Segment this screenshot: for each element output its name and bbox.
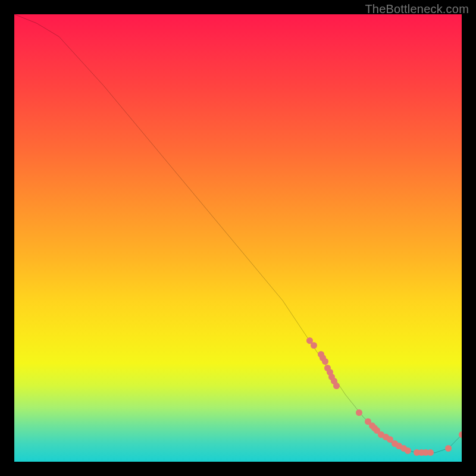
marker-point	[333, 383, 340, 389]
marker-point	[311, 342, 317, 349]
marker-point	[356, 409, 362, 416]
marker-point	[322, 358, 328, 365]
plot-area	[14, 14, 462, 462]
marker-point	[405, 447, 411, 454]
marker-point	[427, 449, 434, 456]
marker-layer	[14, 14, 462, 462]
chart-frame: TheBottleneck.com	[0, 0, 476, 476]
marker-point	[459, 431, 462, 438]
watermark-text: TheBottleneck.com	[365, 2, 469, 16]
marker-point	[445, 445, 452, 452]
